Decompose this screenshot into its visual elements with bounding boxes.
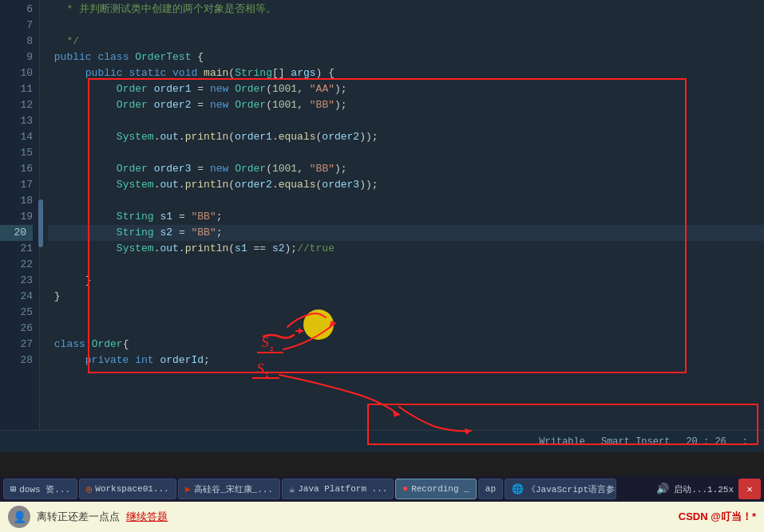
code-line-22: [48, 257, 764, 273]
separator: :: [742, 436, 748, 447]
line-7: 7: [17, 18, 33, 33]
taskbar-ap[interactable]: ap: [478, 479, 503, 499]
code-line-21: System.out.println(s1 == s2);//true: [48, 241, 764, 257]
line-21: 21: [17, 241, 33, 257]
avatar: 👤: [8, 506, 30, 528]
line-26: 26: [17, 321, 33, 337]
line-19: 19: [17, 209, 33, 225]
writable-status: Writable: [539, 436, 585, 447]
line-numbers: 6 7 8 9 10 11 12 13 14 15 16 17 18 19 20…: [0, 0, 40, 447]
line-18: 18: [17, 193, 33, 209]
line-14: 14: [17, 129, 33, 145]
taskbar: ⊞ dows 资... ◎ Workspace01... ▶ 高硅谷_宋红康_.…: [0, 476, 764, 502]
code-line-24: }: [48, 289, 764, 305]
scroll-indicator: [38, 199, 43, 247]
cursor-position: 20 : 26: [686, 436, 726, 447]
record-icon: ●: [402, 483, 408, 495]
browser-icon: 🌐: [512, 483, 524, 495]
code-line-20: String s2 = "BB";: [48, 225, 764, 241]
code-container: 6 7 8 9 10 11 12 13 14 15 16 17 18 19 20…: [0, 0, 764, 447]
taskbar-java-platform[interactable]: ☕ Java Platform ...: [282, 479, 394, 499]
code-line-6: * 并判断测试类中创建的两个对象是否相等。: [48, 2, 764, 18]
ppt-icon: ▶: [185, 483, 191, 495]
line-23: 23: [17, 273, 33, 289]
brand-text: CSDN @叮当！*: [679, 510, 756, 524]
status-bar: Writable Smart Insert 20 : 26 :: [0, 430, 764, 452]
code-line-28: private int orderId;: [48, 353, 764, 368]
code-line-15: [48, 145, 764, 161]
line-24: 24: [17, 289, 33, 305]
code-line-17: System.out.println(order2.equals(order3)…: [48, 177, 764, 193]
taskbar-windows[interactable]: ⊞ dows 资...: [3, 479, 77, 499]
code-line-11: Order order1 = new Order(1001, "AA");: [48, 81, 764, 97]
line-8: 8: [17, 33, 33, 49]
eclipse-icon: ◎: [86, 483, 92, 495]
line-12: 12: [17, 97, 33, 113]
code-line-26: [48, 321, 764, 337]
line-9: 9: [17, 49, 33, 65]
line-22: 22: [17, 257, 33, 273]
code-line-25: [48, 305, 764, 321]
taskbar-presentation[interactable]: ▶ 高硅谷_宋红康_...: [178, 479, 280, 499]
windows-icon: ⊞: [10, 483, 16, 495]
continue-answer-link[interactable]: 继续答题: [126, 510, 168, 524]
code-line-19: String s1 = "BB";: [48, 209, 764, 225]
bottom-bar: 👤 离转正还差一点点 继续答题 CSDN @叮当！*: [0, 502, 764, 532]
code-line-23: }: [48, 273, 764, 289]
speaker-icon: 🔊: [656, 483, 669, 495]
code-line-8: */: [48, 33, 764, 49]
line-13: 13: [17, 113, 33, 129]
line-25: 25: [17, 305, 33, 321]
line-15: 15: [17, 145, 33, 161]
line-16: 16: [17, 161, 33, 177]
taskbar-js-ref[interactable]: 🌐 《JavaScript语言参考...: [505, 479, 616, 499]
code-line-9: public class OrderTest {: [48, 49, 764, 65]
taskbar-js-label: 《JavaScript语言参考...: [527, 483, 616, 495]
taskbar-recording-label: Recording _: [411, 484, 469, 494]
taskbar-workspace[interactable]: ◎ Workspace01...: [79, 479, 176, 499]
code-content: * 并判断测试类中创建的两个对象是否相等。 */ public class Or…: [40, 0, 764, 447]
taskbar-java-label: Java Platform ...: [298, 484, 387, 494]
bottom-text: 离转正还差一点点: [37, 510, 120, 524]
line-11: 11: [17, 81, 33, 97]
taskbar-recording[interactable]: ● Recording _: [395, 479, 477, 499]
line-20: 20: [0, 225, 33, 241]
line-17: 17: [17, 177, 33, 193]
taskbar-windows-label: dows 资...: [19, 483, 70, 495]
java-icon: ☕: [289, 483, 295, 495]
line-10: 10: [17, 65, 33, 81]
line-28: 28: [17, 353, 33, 368]
power-button[interactable]: ✕: [738, 479, 761, 499]
line-27: 27: [17, 337, 33, 353]
code-line-10: public static void main(String[] args) {: [48, 65, 764, 81]
smart-insert-status: Smart Insert: [601, 436, 670, 447]
code-line-27: class Order{: [48, 337, 764, 353]
code-line-12: Order order2 = new Order(1001, "BB");: [48, 97, 764, 113]
code-line-16: Order order3 = new Order(1001, "BB");: [48, 161, 764, 177]
code-editor[interactable]: 6 7 8 9 10 11 12 13 14 15 16 17 18 19 20…: [0, 0, 764, 447]
ap-icon: ap: [485, 484, 496, 494]
taskbar-presentation-label: 高硅谷_宋红康_...: [194, 483, 273, 495]
line-6: 6: [17, 2, 33, 18]
taskbar-system-tray: 🔊 启动...1.25x ✕: [656, 479, 761, 499]
system-time: 启动...1.25x: [674, 483, 734, 495]
code-line-14: System.out.println(order1.equals(order2)…: [48, 129, 764, 145]
taskbar-workspace-label: Workspace01...: [95, 484, 168, 494]
code-line-18: [48, 193, 764, 209]
code-line-13: [48, 113, 764, 129]
code-line-7: [48, 18, 764, 33]
